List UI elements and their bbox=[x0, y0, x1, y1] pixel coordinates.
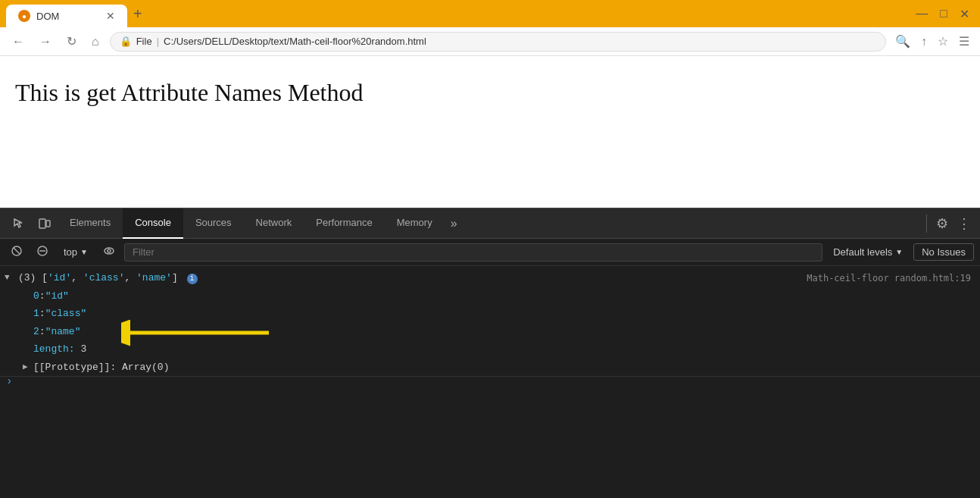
divider bbox=[926, 215, 927, 233]
address-input-container[interactable]: 🔒 File | C:/Users/DELL/Desktop/text/Math… bbox=[110, 32, 886, 52]
array-output: (3) ['id', 'class', 'name'] i bbox=[18, 271, 198, 286]
reload-button[interactable]: ↻ bbox=[62, 33, 81, 50]
page-content: This is get Attribute Names Method bbox=[0, 56, 980, 208]
no-issues-button[interactable]: No Issues bbox=[913, 243, 974, 261]
svg-point-6 bbox=[105, 248, 114, 254]
bookmark-icon[interactable]: ☆ bbox=[935, 33, 951, 50]
prompt-chevron: › bbox=[6, 375, 12, 387]
url-protocol: File bbox=[136, 36, 152, 47]
browser-controls: — □ ✕ bbox=[911, 5, 974, 23]
page-heading: This is get Attribute Names Method bbox=[15, 79, 965, 107]
tab-performance[interactable]: Performance bbox=[304, 208, 384, 239]
back-button[interactable]: ← bbox=[8, 33, 29, 50]
context-selector[interactable]: top ▼ bbox=[58, 243, 94, 261]
context-label: top bbox=[64, 246, 77, 258]
tab-console[interactable]: Console bbox=[123, 208, 183, 239]
yellow-arrow bbox=[121, 318, 273, 347]
tab-network[interactable]: Network bbox=[244, 208, 304, 239]
browser-chrome: ● DOM ✕ + — □ ✕ bbox=[0, 0, 980, 27]
address-bar: ← → ↻ ⌂ 🔒 File | C:/Users/DELL/Desktop/t… bbox=[0, 27, 980, 56]
favicon-icon: ● bbox=[22, 12, 27, 20]
tab-bar: ● DOM ✕ + bbox=[6, 0, 907, 27]
console-input-line[interactable]: › bbox=[0, 376, 980, 386]
tab-favicon: ● bbox=[18, 10, 30, 22]
zoom-icon[interactable]: 🔍 bbox=[892, 33, 913, 50]
tab-close-button[interactable]: ✕ bbox=[106, 10, 115, 22]
console-toolbar: top ▼ Default levels ▼ No Issues bbox=[0, 239, 980, 266]
array-output-line: ▼ (3) ['id', 'class', 'name'] i Math-cei… bbox=[0, 269, 980, 287]
maximize-button[interactable]: □ bbox=[935, 5, 952, 22]
array-item-2-container: 2 : "name" bbox=[0, 323, 980, 341]
share-icon[interactable]: ↑ bbox=[918, 33, 930, 50]
expand-arrow[interactable]: ▼ bbox=[5, 271, 10, 284]
address-actions: 🔍 ↑ ☆ ☰ bbox=[892, 33, 972, 50]
info-icon[interactable]: i bbox=[187, 274, 198, 284]
inspect-element-button[interactable] bbox=[6, 212, 32, 235]
active-tab[interactable]: ● DOM ✕ bbox=[6, 5, 127, 27]
default-levels-button[interactable]: Default levels ▼ bbox=[827, 243, 909, 261]
more-options-button[interactable]: ⋮ bbox=[954, 211, 974, 236]
more-tabs-button[interactable]: » bbox=[445, 212, 463, 235]
new-tab-button[interactable]: + bbox=[127, 5, 148, 23]
devtools-tabs: Elements Console Sources Network Perform… bbox=[0, 208, 980, 239]
eye-button[interactable] bbox=[98, 242, 120, 263]
tab-sources[interactable]: Sources bbox=[183, 208, 244, 239]
settings-button[interactable]: ⚙ bbox=[930, 211, 954, 236]
svg-rect-1 bbox=[46, 221, 50, 227]
prototype-line: ▶ [[Prototype]]: Array(0) bbox=[0, 359, 980, 377]
stop-recording-button[interactable] bbox=[32, 242, 53, 263]
url-path: C:/Users/DELL/Desktop/text/Math-ceil-flo… bbox=[164, 36, 426, 47]
chevron-down-icon: ▼ bbox=[80, 248, 88, 256]
filter-input[interactable] bbox=[124, 243, 822, 262]
svg-point-7 bbox=[108, 249, 111, 252]
devtools-panel: Elements Console Sources Network Perform… bbox=[0, 208, 980, 498]
forward-button[interactable]: → bbox=[35, 33, 56, 50]
svg-line-3 bbox=[14, 248, 20, 254]
array-item-0: 0 : "id" bbox=[0, 287, 980, 305]
menu-icon[interactable]: ☰ bbox=[956, 33, 972, 50]
svg-rect-0 bbox=[39, 219, 45, 228]
chevron-down-icon: ▼ bbox=[895, 248, 903, 256]
device-toolbar-button[interactable] bbox=[32, 212, 58, 235]
security-icon: 🔒 bbox=[120, 36, 132, 47]
close-button[interactable]: ✕ bbox=[955, 5, 974, 23]
tab-memory[interactable]: Memory bbox=[385, 208, 445, 239]
minimize-button[interactable]: — bbox=[911, 5, 932, 22]
home-button[interactable]: ⌂ bbox=[87, 33, 104, 50]
tab-title: DOM bbox=[36, 11, 59, 22]
prototype-expand-arrow[interactable]: ▶ bbox=[23, 361, 28, 374]
source-reference[interactable]: Math-ceil-floor random.html:19 bbox=[807, 271, 971, 285]
clear-console-button[interactable] bbox=[6, 242, 27, 263]
console-output: ▼ (3) ['id', 'class', 'name'] i Math-cei… bbox=[0, 266, 980, 498]
tab-elements[interactable]: Elements bbox=[58, 208, 123, 239]
